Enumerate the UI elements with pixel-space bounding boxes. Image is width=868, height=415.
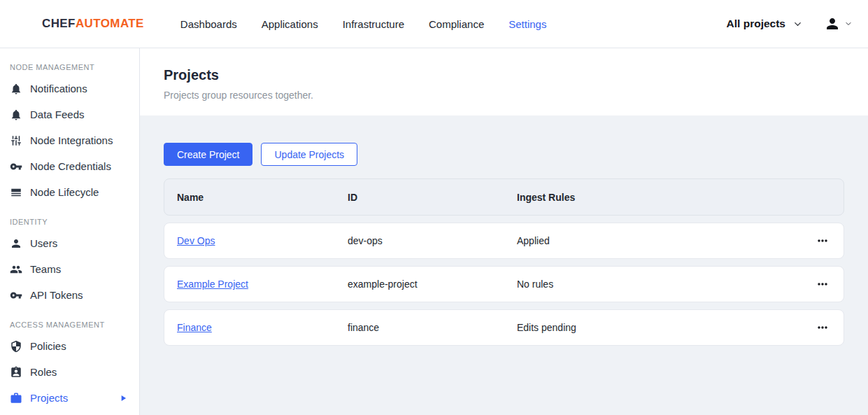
chef-automate-logo[interactable]: CHEF AUTOMATE — [42, 17, 144, 31]
cell-id: example-project — [348, 279, 517, 290]
bell-icon — [10, 83, 22, 95]
project-link-finance[interactable]: Finance — [177, 322, 212, 333]
bell-icon — [10, 108, 22, 121]
column-header-name: Name — [177, 192, 348, 203]
project-link-dev-ops[interactable]: Dev Ops — [177, 235, 215, 246]
page-subtitle: Projects group resources together. — [164, 90, 844, 101]
logo-automate-text: AUTOMATE — [76, 17, 144, 31]
topbar-right: All projects — [727, 15, 868, 32]
table-body: Dev Opsdev-opsAppliedExample Projectexam… — [164, 223, 844, 346]
logo-chef-text: CHEF — [42, 17, 76, 31]
sidebar-section-access-management: ACCESS MANAGEMENTPoliciesRolesProjects — [0, 308, 139, 411]
chevron-down-icon — [844, 20, 853, 28]
table-row-finance: FinancefinanceEdits pending — [164, 309, 844, 346]
key-icon — [10, 160, 22, 173]
projects-table: NameIDIngest Rules Dev Opsdev-opsApplied… — [164, 178, 844, 346]
column-header-ingest-rules: Ingest Rules — [517, 192, 797, 203]
sidebar-item-data-feeds[interactable]: Data Feeds — [0, 101, 139, 127]
create-project-button[interactable]: Create Project — [164, 143, 252, 166]
user-avatar-icon — [824, 15, 841, 32]
sliders-icon — [10, 134, 22, 147]
table-header-row: NameIDIngest Rules — [164, 178, 844, 216]
sidebar-item-label: Node Lifecycle — [30, 186, 99, 198]
column-header-id: ID — [348, 192, 517, 203]
row-menu-button[interactable] — [814, 232, 831, 249]
nav-item-settings[interactable]: Settings — [508, 18, 546, 30]
sidebar-item-api-tokens[interactable]: API Tokens — [0, 282, 139, 308]
cell-name: Dev Ops — [177, 235, 348, 246]
sidebar-section-header: NODE MANAGEMENT — [0, 57, 139, 76]
sidebar-item-label: Notifications — [30, 83, 87, 94]
sidebar-section-header: ACCESS MANAGEMENT — [0, 308, 139, 333]
key-icon — [10, 289, 22, 302]
cell-id: dev-ops — [348, 235, 517, 246]
table-row-dev-ops: Dev Opsdev-opsApplied — [164, 223, 844, 259]
sidebar-item-label: Roles — [30, 366, 57, 378]
sidebar-item-projects[interactable]: Projects — [0, 385, 139, 411]
sidebar-section-node-management: NODE MANAGEMENTNotificationsData FeedsNo… — [0, 57, 139, 205]
nav-item-dashboards[interactable]: Dashboards — [180, 18, 237, 30]
projects-filter-dropdown[interactable]: All projects — [727, 17, 803, 30]
sidebar-item-node-credentials[interactable]: Node Credentials — [0, 153, 139, 179]
caret-right-icon[interactable] — [118, 393, 128, 403]
update-projects-button[interactable]: Update Projects — [261, 143, 357, 166]
sidebar-item-label: API Tokens — [30, 289, 83, 301]
sidebar-item-notifications[interactable]: Notifications — [0, 76, 139, 101]
page-title: Projects — [164, 67, 844, 83]
sidebar-item-label: Teams — [30, 263, 61, 275]
page-header: Projects Projects group resources togeth… — [140, 48, 868, 115]
ellipsis-icon — [816, 277, 830, 291]
chevron-down-icon — [792, 19, 803, 29]
sidebar-section-header: IDENTITY — [0, 205, 139, 230]
top-navbar: CHEF AUTOMATE DashboardsApplicationsInfr… — [0, 0, 868, 48]
cell-ingest-rules: Edits pending — [517, 322, 797, 333]
nav-item-applications[interactable]: Applications — [262, 18, 318, 30]
badge-icon — [10, 366, 22, 379]
sidebar-item-teams[interactable]: Teams — [0, 256, 139, 282]
ellipsis-icon — [816, 321, 830, 335]
list-icon — [10, 186, 22, 199]
projects-filter-label: All projects — [727, 17, 785, 30]
cell-ingest-rules: No rules — [517, 279, 797, 290]
cell-name: Finance — [177, 322, 348, 333]
table-row-example-project: Example Projectexample-projectNo rules — [164, 266, 844, 302]
sidebar-item-label: Node Credentials — [30, 160, 111, 172]
cell-id: finance — [348, 322, 517, 333]
nav-item-compliance[interactable]: Compliance — [429, 18, 484, 30]
nav-item-infrastructure[interactable]: Infrastructure — [343, 18, 404, 30]
group-icon — [10, 263, 22, 276]
sidebar-item-users[interactable]: Users — [0, 230, 139, 256]
sidebar-section-identity: IDENTITYUsersTeamsAPI Tokens — [0, 205, 139, 308]
cell-ingest-rules: Applied — [517, 235, 797, 246]
sidebar-item-node-lifecycle[interactable]: Node Lifecycle — [0, 179, 139, 205]
sidebar-item-label: Node Integrations — [30, 134, 113, 146]
row-menu-button[interactable] — [814, 276, 831, 293]
sidebar-item-node-integrations[interactable]: Node Integrations — [0, 127, 139, 153]
main-nav: DashboardsApplicationsInfrastructureComp… — [180, 18, 547, 30]
ellipsis-icon — [816, 234, 830, 248]
person-icon — [10, 237, 22, 250]
chef-automate-app: CHEF AUTOMATE DashboardsApplicationsInfr… — [0, 0, 868, 415]
sidebar-item-label: Data Feeds — [30, 108, 85, 120]
row-menu-button[interactable] — [814, 319, 831, 336]
main-content: Projects Projects group resources togeth… — [140, 48, 868, 415]
content-body: Create Project Update Projects NameIDIng… — [140, 115, 868, 346]
project-link-example-project[interactable]: Example Project — [177, 279, 248, 290]
sidebar-item-label: Projects — [30, 392, 68, 404]
cell-name: Example Project — [177, 279, 348, 290]
settings-sidebar: NODE MANAGEMENTNotificationsData FeedsNo… — [0, 48, 140, 415]
sidebar-item-roles[interactable]: Roles — [0, 359, 139, 385]
shield-icon — [10, 340, 22, 353]
sidebar-item-policies[interactable]: Policies — [0, 333, 139, 359]
sidebar-item-label: Users — [30, 237, 57, 249]
sidebar-item-label: Policies — [30, 340, 66, 352]
user-menu[interactable] — [824, 15, 853, 32]
actions-toolbar: Create Project Update Projects — [164, 143, 844, 166]
briefcase-icon — [10, 392, 22, 405]
